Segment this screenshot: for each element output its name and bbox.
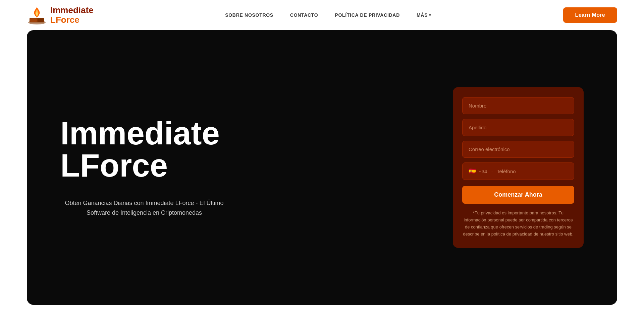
nav-links: SOBRE NOSOTROS CONTACTO POLÍTICA DE PRIV… [225,12,431,18]
nav-mas[interactable]: MÁS ▾ [417,12,431,18]
hero-content-left: Immediate LForce Obtén Ganancias Diarias… [60,117,278,218]
nombre-input[interactable] [462,97,574,114]
phone-input[interactable] [497,169,568,174]
phone-row: 🇪🇸 +34 · [462,162,574,180]
phone-divider: · [491,168,492,174]
country-flag: 🇪🇸 [469,168,476,175]
navbar: Immediate LForce SOBRE NOSOTROS CONTACTO… [0,0,644,30]
svg-rect-3 [38,18,44,22]
nav-privacidad[interactable]: POLÍTICA DE PRIVACIDAD [335,12,400,18]
logo-lforce: LForce [50,15,94,25]
country-code: +34 [479,169,487,174]
logo[interactable]: Immediate LForce [27,5,94,25]
logo-icon [27,5,47,25]
nav-contacto[interactable]: CONTACTO [290,12,318,18]
hero-subtitle: Obtén Ganancias Diarias con Immediate LF… [60,198,228,218]
chevron-down-icon: ▾ [429,13,431,17]
svg-rect-2 [30,18,37,22]
email-input[interactable] [462,141,574,158]
apellido-input[interactable] [462,119,574,136]
hero-title: Immediate LForce [60,117,278,182]
logo-text: Immediate LForce [50,5,94,24]
privacy-notice: *Tu privacidad es importante para nosotr… [462,210,574,238]
signup-form-card: 🇪🇸 +34 · Comenzar Ahora *Tu privacidad e… [453,87,584,248]
hero-section: Immediate LForce Obtén Ganancias Diarias… [27,30,617,305]
learn-more-button[interactable]: Learn More [563,7,617,23]
comenzar-button[interactable]: Comenzar Ahora [462,186,574,204]
nav-sobre[interactable]: SOBRE NOSOTROS [225,12,273,18]
logo-immediate: Immediate [50,5,94,15]
